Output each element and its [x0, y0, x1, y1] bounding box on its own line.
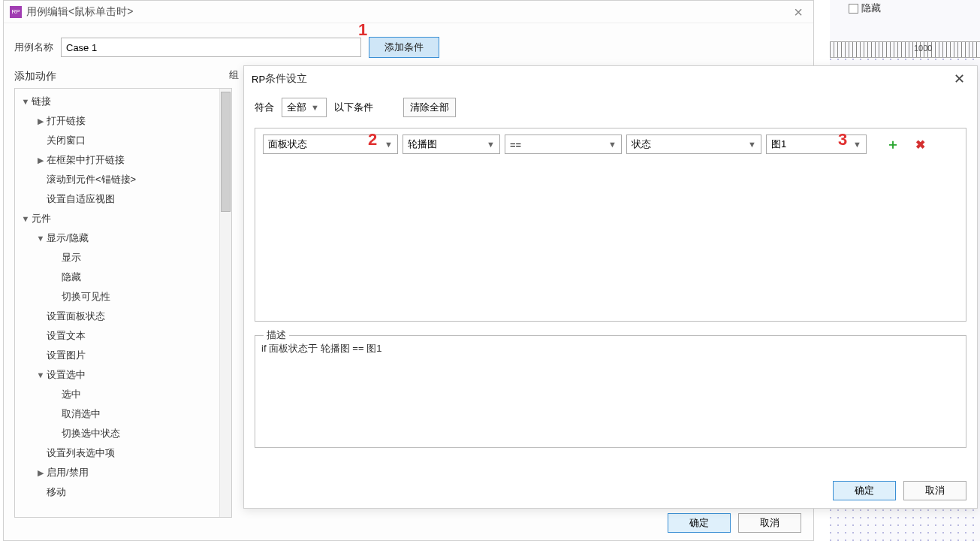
condition-row: 面板状态 ▼ 2 轮播图 ▼ == ▼ 状态 ▼ [255, 128, 966, 160]
chevron-down-icon: ▼ [487, 140, 495, 149]
close-icon[interactable]: ✕ [949, 71, 969, 87]
cond-operator-select[interactable]: == ▼ [505, 134, 622, 154]
tree-item[interactable]: 选中 [17, 385, 218, 404]
tree-item-label: 链接 [30, 95, 51, 108]
tree-item-label: 显示 [60, 251, 81, 264]
tree-arrow-icon: ▶ [36, 116, 45, 126]
chevron-down-icon: ▼ [384, 140, 393, 149]
tree-item-label: 显示/隐藏 [45, 231, 89, 245]
top-ruler: 1000 [830, 41, 980, 58]
tree-arrow-icon: ▼ [36, 234, 45, 243]
tree-item-label: 设置图片 [45, 349, 86, 362]
tree-item[interactable]: ▶启用/禁用 [17, 463, 218, 482]
tree-item-label: 设置选中 [45, 368, 86, 382]
case-editor-titlebar[interactable]: RP 用例编辑<鼠标单击时> × [4, 1, 813, 23]
tree-item-label: 打开链接 [45, 114, 86, 128]
match-scope-value: 全部 [287, 101, 306, 114]
condition-cancel-button[interactable]: 取消 [903, 481, 966, 500]
hidden-checkbox[interactable] [849, 4, 858, 14]
tree-item-label: 选中 [60, 388, 81, 401]
match-label-post: 以下条件 [334, 101, 373, 114]
cond-value-type-value: 状态 [632, 138, 743, 151]
case-name-label: 用例名称 [14, 41, 53, 54]
tree-item-label: 设置自适应视图 [45, 192, 115, 206]
tree-scrollbar[interactable] [219, 89, 231, 517]
tree-arrow-icon: ▼ [21, 97, 30, 106]
hidden-checkbox-row[interactable]: 隐藏 [849, 2, 881, 15]
add-action-header: 添加动作 [4, 65, 229, 88]
condition-ok-button[interactable]: 确定 [833, 481, 896, 500]
tree-item-label: 设置文本 [45, 329, 86, 343]
delete-condition-row-icon[interactable]: ✖ [913, 138, 927, 151]
cond-field-type-value: 面板状态 [268, 138, 380, 151]
cond-widget-select[interactable]: 轮播图 ▼ [403, 134, 500, 154]
cond-state-select[interactable]: 图1 ▼ [766, 134, 867, 154]
action-tree[interactable]: ▼链接▶打开链接关闭窗口▶在框架中打开链接滚动到元件<锚链接>设置自适应视图▼元… [15, 89, 219, 517]
tree-item[interactable]: 隐藏 [17, 267, 218, 287]
description-text: if 面板状态于 轮播图 == 图1 [261, 343, 381, 354]
add-condition-row-icon[interactable]: ＋ [886, 138, 900, 151]
case-editor-cancel-button[interactable]: 取消 [738, 513, 801, 533]
tree-item-label: 在框架中打开链接 [45, 153, 125, 167]
tree-arrow-icon: ▼ [21, 214, 30, 223]
tree-item[interactable]: 设置面板状态 [17, 307, 218, 326]
tree-item[interactable]: ▶打开链接 [17, 111, 218, 131]
rp-app-icon: RP [10, 6, 22, 18]
description-legend: 描述 [264, 328, 289, 342]
cond-operator-value: == [510, 139, 604, 150]
tree-item[interactable]: ▼设置选中 [17, 365, 218, 385]
group-header: 组 [229, 65, 244, 88]
tree-arrow-icon: ▶ [36, 468, 45, 478]
cond-state-value: 图1 [771, 138, 849, 151]
tree-item[interactable]: 设置自适应视图 [17, 189, 218, 209]
scrollbar-thumb[interactable] [221, 92, 231, 212]
chevron-down-icon: ▼ [311, 103, 319, 112]
chevron-down-icon: ▼ [748, 140, 756, 149]
tree-item[interactable]: 显示 [17, 248, 218, 267]
action-tree-panel: ▼链接▶打开链接关闭窗口▶在框架中打开链接滚动到元件<锚链接>设置自适应视图▼元… [14, 88, 232, 518]
tree-item-label: 切换选中状态 [60, 427, 120, 440]
match-label-pre: 符合 [255, 101, 274, 114]
description-textarea[interactable]: if 面板状态于 轮播图 == 图1 [255, 335, 966, 448]
tree-item[interactable]: 设置文本 [17, 326, 218, 346]
add-condition-button[interactable]: 添加条件 [369, 37, 439, 58]
chevron-down-icon: ▼ [608, 140, 617, 149]
match-scope-select[interactable]: 全部 ▼ [282, 98, 327, 117]
tree-item[interactable]: 切换可见性 [17, 287, 218, 307]
tree-item-label: 隐藏 [60, 270, 81, 284]
tree-item-label: 移动 [45, 485, 66, 499]
tree-item[interactable]: ▶在框架中打开链接 [17, 150, 218, 170]
case-editor-title: 用例编辑<鼠标单击时> [26, 5, 133, 19]
tree-item[interactable]: ▼链接 [17, 92, 218, 111]
tree-item[interactable]: ▼元件 [17, 209, 218, 228]
cond-field-type-select[interactable]: 面板状态 ▼ [263, 134, 398, 154]
case-editor-ok-button[interactable]: 确定 [668, 513, 731, 533]
cond-value-type-select[interactable]: 状态 ▼ [626, 134, 761, 154]
tree-item-label: 关闭窗口 [45, 134, 86, 147]
tree-arrow-icon: ▶ [36, 156, 45, 165]
tree-arrow-icon: ▼ [36, 370, 45, 379]
hidden-checkbox-label: 隐藏 [861, 2, 881, 15]
close-icon[interactable]: × [789, 5, 807, 20]
tree-item[interactable]: 取消选中 [17, 404, 218, 424]
tree-item[interactable]: 设置列表选中项 [17, 443, 218, 463]
tree-item[interactable]: 滚动到元件<锚链接> [17, 170, 218, 189]
tree-item-label: 切换可见性 [60, 290, 110, 304]
chevron-down-icon: ▼ [853, 140, 861, 149]
tree-item[interactable]: 关闭窗口 [17, 131, 218, 150]
cond-widget-value: 轮播图 [408, 138, 482, 151]
tree-item-label: 滚动到元件<锚链接> [45, 173, 136, 186]
conditions-list: 面板状态 ▼ 2 轮播图 ▼ == ▼ 状态 ▼ [255, 128, 966, 322]
tree-item[interactable]: ▼显示/隐藏 [17, 228, 218, 248]
tree-item[interactable]: 移动 [17, 482, 218, 502]
clear-all-button[interactable]: 清除全部 [403, 98, 456, 117]
rp-app-icon: RP [252, 74, 265, 85]
condition-builder-dialog: RP 条件设立 ✕ 符合 全部 ▼ 以下条件 清除全部 面板状态 ▼ 2 轮播图 [243, 65, 978, 509]
ruler-tick-1000: 1000 [914, 44, 932, 53]
tree-item[interactable]: 切换选中状态 [17, 424, 218, 443]
condition-dialog-title: 条件设立 [265, 72, 307, 86]
tree-item-label: 启用/禁用 [45, 466, 89, 479]
tree-item-label: 取消选中 [60, 407, 101, 421]
tree-item[interactable]: 设置图片 [17, 346, 218, 365]
case-name-input[interactable] [61, 38, 361, 57]
